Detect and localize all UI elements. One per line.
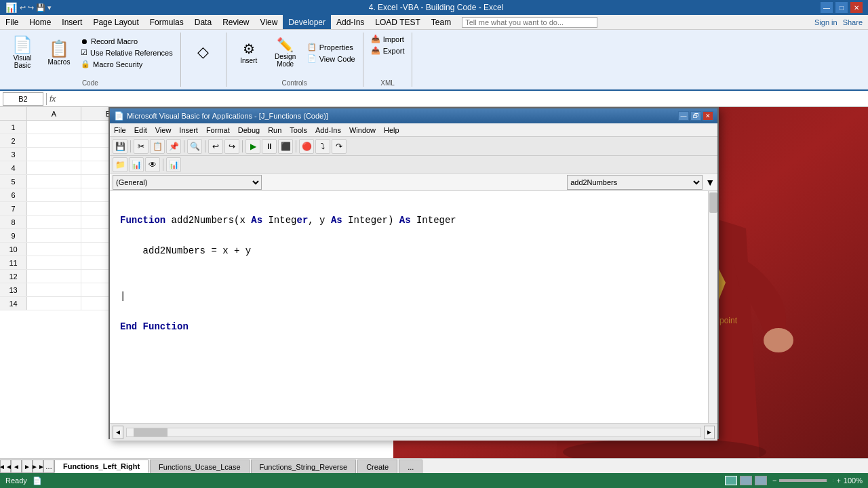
vba-menu-edit[interactable]: Edit: [130, 123, 151, 136]
vba-toggle-break[interactable]: 🔴: [299, 139, 314, 154]
vba-scroll-right[interactable]: ►: [704, 426, 715, 439]
properties-button[interactable]: 📋 Properties: [305, 42, 357, 52]
vba-step-in[interactable]: ⤵: [315, 139, 330, 154]
zoom-slider[interactable]: [779, 479, 833, 482]
close-button[interactable]: ✕: [850, 2, 863, 13]
zoom-in-button[interactable]: +: [836, 476, 840, 485]
vba-menu-window[interactable]: Window: [345, 123, 380, 136]
cell-6-a[interactable]: [27, 188, 81, 201]
vba-props-btn[interactable]: 📊: [129, 157, 144, 172]
vba-menu-addins[interactable]: Add-Ins: [311, 123, 345, 136]
tab-nav-last[interactable]: ►►: [33, 460, 43, 473]
insert-control-button[interactable]: ⚙ Insert: [232, 33, 266, 72]
cell-2-a[interactable]: [27, 134, 81, 147]
visual-basic-button[interactable]: 📄 Visual Basic: [5, 33, 39, 72]
vba-find-button[interactable]: 🔍: [187, 139, 202, 154]
vba-horizontal-scrollbar[interactable]: [126, 428, 701, 437]
maximize-button[interactable]: □: [835, 2, 848, 13]
sheet-tab-more[interactable]: ...: [399, 460, 422, 473]
tab-nav-prev[interactable]: ◄: [11, 460, 22, 473]
code-proc-selector[interactable]: add2Numbers: [567, 175, 703, 190]
vba-minimize-button[interactable]: —: [678, 111, 689, 121]
menu-team[interactable]: Team: [426, 15, 456, 29]
design-mode-button[interactable]: ✏️ Design Mode: [269, 33, 302, 72]
zoom-out-button[interactable]: −: [772, 476, 776, 485]
sheet-tab-functions-string[interactable]: Functions_String_Reverse: [251, 460, 357, 473]
cell-9-a[interactable]: [27, 229, 81, 242]
vba-close-button[interactable]: ✕: [703, 111, 713, 121]
cell-10-a[interactable]: [27, 243, 81, 256]
vba-menu-tools[interactable]: Tools: [285, 123, 311, 136]
addin-button-1[interactable]: ◇: [186, 33, 220, 72]
name-box[interactable]: [3, 92, 43, 106]
menu-file[interactable]: File: [0, 15, 24, 29]
vba-menu-view[interactable]: View: [151, 123, 176, 136]
cell-8-a[interactable]: [27, 216, 81, 228]
cell-14-a[interactable]: [27, 297, 81, 310]
tab-options[interactable]: …: [43, 460, 54, 473]
menu-review[interactable]: Review: [217, 15, 254, 29]
vba-menu-debug[interactable]: Debug: [234, 123, 264, 136]
vba-paste-button[interactable]: 📌: [166, 139, 181, 154]
page-layout-button[interactable]: [740, 476, 752, 485]
code-text-area[interactable]: Function add2Numbers(x As Integer, y As …: [110, 191, 708, 423]
vba-undo-button[interactable]: ↩: [208, 139, 223, 154]
selector-arrow[interactable]: ▼: [705, 177, 715, 188]
cell-3-a[interactable]: [27, 148, 81, 161]
menu-load-test[interactable]: LOAD TEST: [370, 15, 425, 29]
vba-stop-button[interactable]: ⬛: [278, 139, 293, 154]
normal-view-button[interactable]: [725, 476, 737, 485]
search-input[interactable]: [462, 17, 597, 28]
macro-security-button[interactable]: 🔒 Macro Security: [79, 59, 175, 69]
vba-project-btn[interactable]: 📁: [113, 157, 127, 172]
vba-pause-button[interactable]: ⏸: [262, 139, 277, 154]
menu-view[interactable]: View: [255, 15, 283, 29]
vba-view-btn[interactable]: 👁: [145, 157, 160, 172]
share-button[interactable]: Share: [843, 18, 863, 26]
cell-13-a[interactable]: [27, 283, 81, 296]
code-scrollbar[interactable]: [708, 191, 717, 423]
menu-insert[interactable]: Insert: [56, 15, 87, 29]
cell-5-a[interactable]: [27, 175, 81, 188]
vba-menu-run[interactable]: Run: [264, 123, 285, 136]
vba-save-button[interactable]: 💾: [113, 139, 127, 154]
cell-4-a[interactable]: [27, 161, 81, 174]
view-code-button[interactable]: 📄 View Code: [305, 54, 357, 64]
cell-1-a[interactable]: [27, 121, 81, 134]
record-macro-button[interactable]: ⏺ Record Macro: [79, 37, 175, 46]
sheet-tab-functions-ucase[interactable]: Functions_Ucase_Lcase: [150, 460, 249, 473]
menu-developer[interactable]: Developer: [283, 15, 331, 29]
import-button[interactable]: 📥 Import: [369, 34, 407, 44]
code-object-selector[interactable]: (General): [113, 175, 262, 190]
page-break-button[interactable]: [755, 476, 767, 485]
vba-cut-button[interactable]: ✂: [134, 139, 149, 154]
vba-menu-help[interactable]: Help: [380, 123, 403, 136]
cell-12-a[interactable]: [27, 270, 81, 283]
vba-excel-btn[interactable]: 📊: [166, 157, 181, 172]
menu-home[interactable]: Home: [24, 15, 56, 29]
menu-data[interactable]: Data: [189, 15, 217, 29]
sign-in-link[interactable]: Sign in: [814, 18, 837, 26]
macros-button[interactable]: 📋 Macros: [42, 33, 76, 72]
vba-menu-file[interactable]: File: [110, 123, 130, 136]
cell-11-a[interactable]: [27, 256, 81, 269]
tab-nav-first[interactable]: ◄◄: [0, 460, 11, 473]
minimize-button[interactable]: —: [821, 2, 833, 13]
menu-formulas[interactable]: Formulas: [144, 15, 189, 29]
formula-input[interactable]: [58, 92, 865, 106]
vba-redo-button[interactable]: ↪: [224, 139, 239, 154]
vba-menu-format[interactable]: Format: [202, 123, 234, 136]
sheet-tab-create[interactable]: Create: [357, 460, 397, 473]
vba-copy-button[interactable]: 📋: [150, 139, 165, 154]
vba-step-over[interactable]: ↷: [332, 139, 347, 154]
vba-scroll-left[interactable]: ◄: [113, 426, 123, 439]
menu-page-layout[interactable]: Page Layout: [87, 15, 144, 29]
relative-references-button[interactable]: ☑ Use Relative References: [79, 47, 175, 58]
vba-run-button[interactable]: ▶: [245, 139, 260, 154]
vba-restore-button[interactable]: 🗗: [690, 111, 701, 121]
menu-add-ins[interactable]: Add-Ins: [331, 15, 370, 29]
sheet-tab-functions-left-right[interactable]: Functions_Left_Right: [54, 460, 149, 473]
vba-menu-insert[interactable]: Insert: [175, 123, 202, 136]
cell-7-a[interactable]: [27, 202, 81, 215]
export-button[interactable]: 📤 Export: [369, 45, 407, 56]
